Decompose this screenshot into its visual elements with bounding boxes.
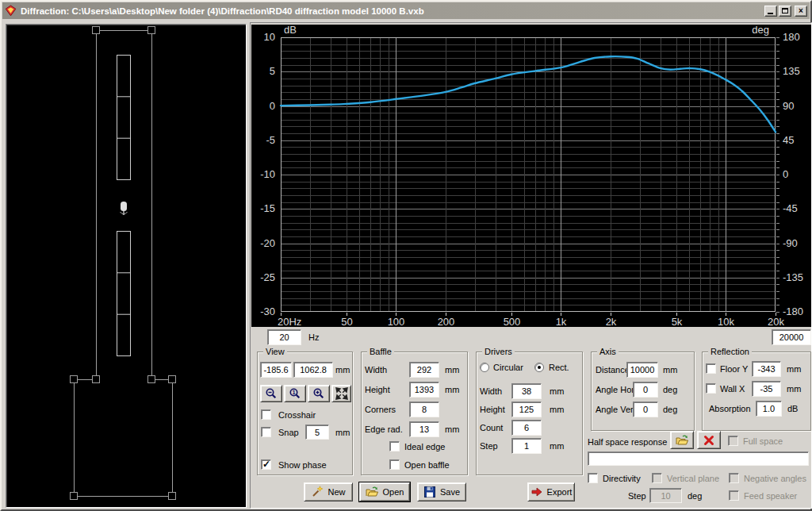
minimize-icon <box>768 13 773 14</box>
vertical-plane-label: Vertical plane <box>667 474 719 483</box>
maximize-icon <box>782 8 788 13</box>
snap-label: Snap <box>278 428 299 437</box>
wall-unit: mm <box>787 384 801 394</box>
driver-step-unit: mm <box>550 441 564 451</box>
view-x-field[interactable] <box>260 362 292 378</box>
snap-checkbox[interactable] <box>261 427 271 437</box>
baffle-outline <box>74 30 173 497</box>
gem-icon <box>5 5 17 17</box>
svg-text:dB: dB <box>284 25 297 36</box>
svg-text:90: 90 <box>783 100 794 112</box>
selection-handles[interactable] <box>71 27 176 500</box>
baffle-corners-label: Corners <box>365 405 396 414</box>
freq-min-unit: Hz <box>308 332 319 342</box>
driver-height-field[interactable] <box>511 402 542 417</box>
floor-checkbox[interactable] <box>706 363 716 374</box>
drivers-group-title: Drivers <box>482 347 515 356</box>
app-window: Diffraction: C:\Users\a\Desktop\New fold… <box>0 0 812 511</box>
svg-text:1k: 1k <box>556 316 567 327</box>
driver-step-field[interactable] <box>511 438 542 454</box>
view-unit-label: mm <box>335 365 350 375</box>
svg-text:-5: -5 <box>266 134 275 146</box>
browse-response-button[interactable] <box>670 431 694 449</box>
magnifier-1-icon: 1 <box>289 387 301 400</box>
circular-radio[interactable] <box>480 363 489 372</box>
rect-label: Rect. <box>549 363 569 372</box>
baffle-corners-field[interactable] <box>409 402 439 417</box>
baffle-width-unit: mm <box>445 365 459 375</box>
floor-field[interactable] <box>752 361 781 377</box>
open-button[interactable]: Open <box>359 482 410 501</box>
new-button-label: New <box>327 487 345 497</box>
chart-area: 20Hz501002005001k2k5k10k20k1050-5-10-15-… <box>251 25 811 327</box>
microphone-icon[interactable] <box>121 202 128 215</box>
wall-checkbox[interactable] <box>706 383 716 394</box>
window-controls: × <box>764 6 807 17</box>
distance-unit: mm <box>663 365 677 375</box>
absorption-field[interactable] <box>756 401 782 417</box>
chart-axis-labels: 20Hz501002005001k2k5k10k20k1050-5-10-15-… <box>260 25 803 327</box>
magnifier-minus-icon <box>265 387 278 400</box>
magnifier-plus-icon <box>312 387 325 400</box>
title-bar: Diffraction: C:\Users\a\Desktop\New fold… <box>2 2 810 19</box>
open-baffle-checkbox[interactable] <box>389 459 400 470</box>
driver-height-label: Height <box>480 405 505 414</box>
snap-value-field[interactable] <box>305 425 329 440</box>
rect-radio[interactable] <box>534 363 544 372</box>
crosshair-checkbox[interactable] <box>261 409 271 420</box>
driver-width-label: Width <box>480 386 502 396</box>
full-space-label: Full space <box>743 436 783 446</box>
close-button[interactable]: × <box>795 6 807 17</box>
wall-field[interactable] <box>752 381 781 397</box>
driver-height-unit: mm <box>550 405 564 414</box>
svg-text:10: 10 <box>264 31 275 43</box>
directivity-checkbox[interactable] <box>588 473 598 483</box>
negative-angles-checkbox <box>729 473 739 483</box>
open-baffle-label: Open baffle <box>404 460 450 470</box>
minimize-button[interactable] <box>764 6 777 17</box>
maximize-button[interactable] <box>779 6 791 17</box>
svg-text:-25: -25 <box>260 271 275 283</box>
baffle-width-field[interactable] <box>409 362 439 378</box>
freq-min-input[interactable] <box>267 329 301 345</box>
view-y-field[interactable] <box>293 362 333 378</box>
open-button-label: Open <box>383 487 404 497</box>
directivity-label: Directivity <box>603 474 641 483</box>
clear-response-button[interactable] <box>697 431 721 449</box>
angle-ver-unit: deg <box>663 405 677 414</box>
zoom-out-button[interactable] <box>260 385 282 402</box>
svg-text:20k: 20k <box>768 316 784 327</box>
drivers-group: Drivers Circular Rect. Width mm Height m… <box>476 352 583 475</box>
baffle-group-title: Baffle <box>367 347 394 356</box>
half-space-file-field[interactable] <box>588 451 809 466</box>
zoom-in-button[interactable] <box>308 385 330 402</box>
svg-text:5: 5 <box>270 65 275 77</box>
svg-text:5k: 5k <box>672 316 683 327</box>
baffle-drawing <box>6 25 245 506</box>
floor-label: Floor Y <box>720 364 748 374</box>
svg-text:20Hz: 20Hz <box>278 316 301 327</box>
angle-hor-field[interactable] <box>633 382 658 398</box>
driver-width-unit: mm <box>550 386 564 396</box>
driver-width-field[interactable] <box>511 383 542 399</box>
open-folder-icon <box>676 434 689 447</box>
baffle-group: Baffle Width mm Height mm Corners Edge r… <box>361 352 468 475</box>
distance-field[interactable] <box>626 362 658 378</box>
baffle-height-field[interactable] <box>409 382 439 398</box>
show-phase-label: Show phase <box>278 460 327 470</box>
reflection-group: Reflection Floor Y mm Wall X mm Absorpti… <box>702 352 811 431</box>
new-button[interactable]: New <box>304 482 353 501</box>
directivity-step-field <box>649 488 682 503</box>
show-phase-checkbox[interactable] <box>261 459 271 470</box>
freq-max-input[interactable] <box>772 329 811 345</box>
angle-ver-field[interactable] <box>633 402 658 417</box>
zoom-100-button[interactable]: 1 <box>284 385 306 402</box>
baffle-edge-field[interactable] <box>409 421 439 437</box>
save-button[interactable]: Save <box>417 482 466 501</box>
ideal-edge-label: Ideal edge <box>404 442 445 451</box>
baffle-editor-canvas[interactable] <box>6 24 247 508</box>
driver-count-field[interactable] <box>511 420 542 436</box>
ideal-edge-checkbox[interactable] <box>389 441 400 451</box>
zoom-fit-button[interactable] <box>331 385 351 402</box>
export-button[interactable]: Export <box>527 482 575 501</box>
